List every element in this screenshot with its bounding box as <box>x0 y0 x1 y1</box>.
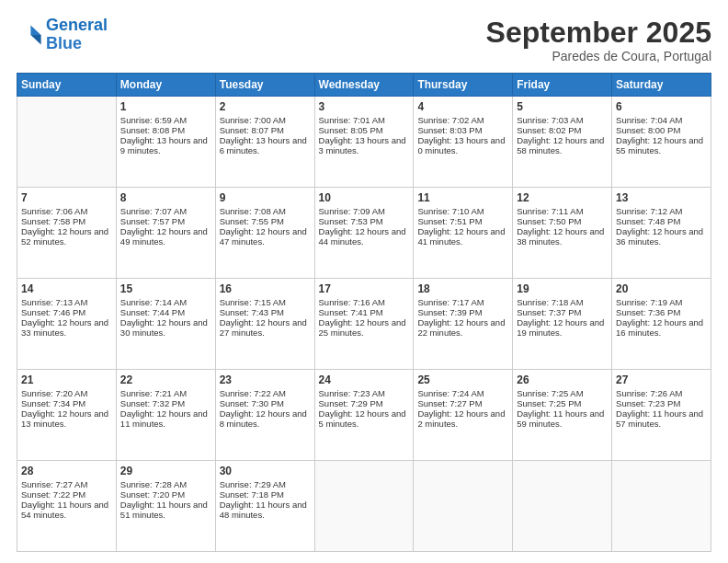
calendar-table: Sunday Monday Tuesday Wednesday Thursday… <box>17 73 711 552</box>
calendar-cell: 28Sunrise: 7:27 AMSunset: 7:22 PMDayligh… <box>17 461 117 552</box>
sunset-text: Sunset: 7:25 PM <box>517 398 608 408</box>
daylight-text: Daylight: 11 hours and 54 minutes. <box>21 500 112 520</box>
sunrise-text: Sunrise: 7:20 AM <box>21 388 112 398</box>
sunrise-text: Sunrise: 7:15 AM <box>220 297 311 307</box>
daylight-text: Daylight: 12 hours and 58 minutes. <box>517 135 608 155</box>
sunset-text: Sunset: 7:46 PM <box>21 307 112 317</box>
calendar-week-row: 28Sunrise: 7:27 AMSunset: 7:22 PMDayligh… <box>17 461 711 552</box>
daylight-text: Daylight: 12 hours and 16 minutes. <box>616 317 707 338</box>
calendar-cell: 30Sunrise: 7:29 AMSunset: 7:18 PMDayligh… <box>215 461 314 552</box>
calendar-cell: 18Sunrise: 7:17 AMSunset: 7:39 PMDayligh… <box>414 279 513 370</box>
sunrise-text: Sunrise: 7:08 AM <box>220 206 311 216</box>
day-number: 22 <box>120 373 211 386</box>
sunset-text: Sunset: 7:58 PM <box>21 216 112 226</box>
calendar-cell: 29Sunrise: 7:28 AMSunset: 7:20 PMDayligh… <box>116 461 215 552</box>
day-number: 27 <box>616 373 707 386</box>
day-number: 28 <box>21 465 112 477</box>
sunset-text: Sunset: 7:50 PM <box>517 216 608 226</box>
sunrise-text: Sunrise: 6:59 AM <box>120 115 211 125</box>
daylight-text: Daylight: 12 hours and 19 minutes. <box>517 317 608 338</box>
day-number: 17 <box>319 282 410 295</box>
sunset-text: Sunset: 7:43 PM <box>220 307 311 317</box>
sunset-text: Sunset: 7:53 PM <box>319 216 410 226</box>
sunset-text: Sunset: 7:20 PM <box>120 489 211 500</box>
sunrise-text: Sunrise: 7:07 AM <box>120 206 211 216</box>
sunrise-text: Sunrise: 7:17 AM <box>417 297 508 307</box>
calendar-cell: 4Sunrise: 7:02 AMSunset: 8:03 PMDaylight… <box>414 97 513 188</box>
col-sunday: Sunday <box>17 74 117 97</box>
daylight-text: Daylight: 11 hours and 51 minutes. <box>120 500 211 520</box>
sunrise-text: Sunrise: 7:21 AM <box>120 388 211 398</box>
calendar-cell: 24Sunrise: 7:23 AMSunset: 7:29 PMDayligh… <box>314 370 414 461</box>
sunset-text: Sunset: 7:29 PM <box>319 398 410 408</box>
logo-icon <box>17 22 42 48</box>
sunset-text: Sunset: 8:03 PM <box>417 125 508 135</box>
calendar-cell: 23Sunrise: 7:22 AMSunset: 7:30 PMDayligh… <box>215 370 314 461</box>
calendar-week-row: 1Sunrise: 6:59 AMSunset: 8:08 PMDaylight… <box>17 97 711 188</box>
daylight-text: Daylight: 12 hours and 33 minutes. <box>21 317 112 338</box>
day-number: 12 <box>517 191 608 204</box>
daylight-text: Daylight: 12 hours and 41 minutes. <box>417 226 508 247</box>
sunrise-text: Sunrise: 7:13 AM <box>21 297 112 307</box>
daylight-text: Daylight: 12 hours and 22 minutes. <box>417 317 508 338</box>
logo-text: General Blue <box>46 17 108 53</box>
daylight-text: Daylight: 12 hours and 2 minutes. <box>417 408 508 429</box>
daylight-text: Daylight: 13 hours and 0 minutes. <box>417 135 508 155</box>
day-number: 11 <box>417 191 508 204</box>
daylight-text: Daylight: 12 hours and 8 minutes. <box>220 408 311 429</box>
calendar-cell: 16Sunrise: 7:15 AMSunset: 7:43 PMDayligh… <box>215 279 314 370</box>
day-number: 10 <box>319 191 410 204</box>
daylight-text: Daylight: 13 hours and 9 minutes. <box>120 135 211 155</box>
calendar-cell: 13Sunrise: 7:12 AMSunset: 7:48 PMDayligh… <box>612 188 711 279</box>
daylight-text: Daylight: 12 hours and 30 minutes. <box>120 317 211 338</box>
day-number: 24 <box>319 373 410 386</box>
calendar-week-row: 21Sunrise: 7:20 AMSunset: 7:34 PMDayligh… <box>17 370 711 461</box>
day-number: 25 <box>417 373 508 386</box>
calendar-cell: 7Sunrise: 7:06 AMSunset: 7:58 PMDaylight… <box>17 188 117 279</box>
day-number: 7 <box>21 191 112 204</box>
sunrise-text: Sunrise: 7:19 AM <box>616 297 707 307</box>
sunset-text: Sunset: 7:51 PM <box>417 216 508 226</box>
sunset-text: Sunset: 7:18 PM <box>220 489 311 500</box>
day-number: 8 <box>120 191 211 204</box>
sunset-text: Sunset: 7:36 PM <box>616 307 707 317</box>
daylight-text: Daylight: 13 hours and 3 minutes. <box>319 135 410 155</box>
day-number: 20 <box>616 282 707 295</box>
calendar-cell: 11Sunrise: 7:10 AMSunset: 7:51 PMDayligh… <box>414 188 513 279</box>
calendar-cell: 25Sunrise: 7:24 AMSunset: 7:27 PMDayligh… <box>414 370 513 461</box>
sunset-text: Sunset: 7:57 PM <box>120 216 211 226</box>
day-number: 3 <box>319 100 410 113</box>
daylight-text: Daylight: 11 hours and 48 minutes. <box>220 500 311 520</box>
day-number: 13 <box>616 191 707 204</box>
sunrise-text: Sunrise: 7:18 AM <box>517 297 608 307</box>
sunset-text: Sunset: 8:02 PM <box>517 125 608 135</box>
svg-marker-0 <box>30 25 40 35</box>
daylight-text: Daylight: 13 hours and 6 minutes. <box>220 135 311 155</box>
day-number: 14 <box>21 282 112 295</box>
sunset-text: Sunset: 8:00 PM <box>616 125 707 135</box>
sunrise-text: Sunrise: 7:10 AM <box>417 206 508 216</box>
calendar-cell <box>414 461 513 552</box>
calendar-cell: 10Sunrise: 7:09 AMSunset: 7:53 PMDayligh… <box>314 188 414 279</box>
location-subtitle: Paredes de Coura, Portugal <box>486 49 711 63</box>
col-wednesday: Wednesday <box>314 74 414 97</box>
sunset-text: Sunset: 7:32 PM <box>120 398 211 408</box>
sunset-text: Sunset: 7:55 PM <box>220 216 311 226</box>
sunrise-text: Sunrise: 7:06 AM <box>21 206 112 216</box>
day-number: 2 <box>220 100 311 113</box>
sunrise-text: Sunrise: 7:16 AM <box>319 297 410 307</box>
sunset-text: Sunset: 7:41 PM <box>319 307 410 317</box>
calendar-cell: 21Sunrise: 7:20 AMSunset: 7:34 PMDayligh… <box>17 370 117 461</box>
daylight-text: Daylight: 12 hours and 27 minutes. <box>220 317 311 338</box>
day-number: 23 <box>220 373 311 386</box>
sunrise-text: Sunrise: 7:00 AM <box>220 115 311 125</box>
day-number: 4 <box>417 100 508 113</box>
day-number: 21 <box>21 373 112 386</box>
svg-marker-1 <box>30 35 40 45</box>
col-saturday: Saturday <box>612 74 711 97</box>
calendar-cell: 9Sunrise: 7:08 AMSunset: 7:55 PMDaylight… <box>215 188 314 279</box>
daylight-text: Daylight: 11 hours and 57 minutes. <box>616 408 707 429</box>
day-number: 30 <box>220 465 311 477</box>
sunset-text: Sunset: 8:05 PM <box>319 125 410 135</box>
sunset-text: Sunset: 7:44 PM <box>120 307 211 317</box>
